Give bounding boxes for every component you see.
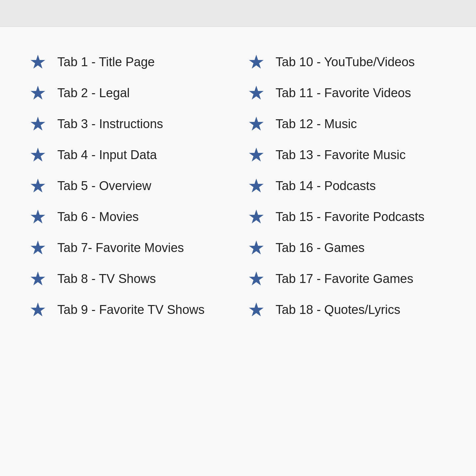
page: ★Tab 1 - Title Page★Tab 2 - Legal★Tab 3 … bbox=[0, 0, 476, 476]
tab-label: Tab 11 - Favorite Videos bbox=[276, 86, 411, 100]
tabs-grid: ★Tab 1 - Title Page★Tab 2 - Legal★Tab 3 … bbox=[0, 27, 476, 476]
star-icon: ★ bbox=[26, 238, 49, 257]
tab-label: Tab 9 - Favorite TV Shows bbox=[57, 303, 205, 317]
tab-item: ★Tab 3 - Instructions bbox=[26, 108, 232, 139]
tab-label: Tab 16 - Games bbox=[276, 241, 365, 255]
tab-item: ★Tab 1 - Title Page bbox=[26, 46, 232, 77]
tab-label: Tab 7- Favorite Movies bbox=[57, 241, 184, 255]
tab-item: ★Tab 17 - Favorite Games bbox=[245, 263, 450, 294]
tab-label: Tab 17 - Favorite Games bbox=[276, 272, 413, 286]
tabs-left-column: ★Tab 1 - Title Page★Tab 2 - Legal★Tab 3 … bbox=[26, 46, 232, 325]
tab-item: ★Tab 14 - Podcasts bbox=[245, 170, 450, 201]
header bbox=[0, 0, 476, 27]
star-icon: ★ bbox=[245, 176, 268, 195]
tab-label: Tab 4 - Input Data bbox=[57, 148, 157, 162]
star-icon: ★ bbox=[26, 300, 49, 319]
star-icon: ★ bbox=[245, 207, 268, 226]
tab-label: Tab 10 - YouTube/Videos bbox=[276, 55, 415, 69]
star-icon: ★ bbox=[26, 52, 49, 71]
star-icon: ★ bbox=[26, 114, 49, 133]
tab-label: Tab 18 - Quotes/Lyrics bbox=[276, 303, 401, 317]
star-icon: ★ bbox=[245, 52, 268, 71]
tab-item: ★Tab 7- Favorite Movies bbox=[26, 232, 232, 263]
tab-item: ★Tab 16 - Games bbox=[245, 232, 450, 263]
star-icon: ★ bbox=[26, 269, 49, 288]
tab-item: ★Tab 10 - YouTube/Videos bbox=[245, 46, 450, 77]
star-icon: ★ bbox=[245, 114, 268, 133]
tab-label: Tab 14 - Podcasts bbox=[276, 179, 376, 193]
star-icon: ★ bbox=[245, 238, 268, 257]
star-icon: ★ bbox=[245, 300, 268, 319]
tab-label: Tab 1 - Title Page bbox=[57, 55, 155, 69]
tab-item: ★Tab 6 - Movies bbox=[26, 201, 232, 232]
star-icon: ★ bbox=[245, 145, 268, 164]
star-icon: ★ bbox=[26, 83, 49, 102]
tab-item: ★Tab 4 - Input Data bbox=[26, 139, 232, 170]
star-icon: ★ bbox=[245, 269, 268, 288]
tab-item: ★Tab 2 - Legal bbox=[26, 77, 232, 108]
tab-label: Tab 3 - Instructions bbox=[57, 117, 163, 131]
tab-label: Tab 8 - TV Shows bbox=[57, 272, 156, 286]
tab-item: ★Tab 9 - Favorite TV Shows bbox=[26, 294, 232, 325]
star-icon: ★ bbox=[245, 83, 268, 102]
tab-item: ★Tab 11 - Favorite Videos bbox=[245, 77, 450, 108]
tab-label: Tab 13 - Favorite Music bbox=[276, 148, 406, 162]
star-icon: ★ bbox=[26, 176, 49, 195]
tab-label: Tab 15 - Favorite Podcasts bbox=[276, 210, 425, 224]
star-icon: ★ bbox=[26, 207, 49, 226]
tab-label: Tab 5 - Overview bbox=[57, 179, 151, 193]
tab-item: ★Tab 12 - Music bbox=[245, 108, 450, 139]
tab-item: ★Tab 8 - TV Shows bbox=[26, 263, 232, 294]
tab-label: Tab 6 - Movies bbox=[57, 210, 139, 224]
tab-item: ★Tab 18 - Quotes/Lyrics bbox=[245, 294, 450, 325]
star-icon: ★ bbox=[26, 145, 49, 164]
tab-item: ★Tab 5 - Overview bbox=[26, 170, 232, 201]
tab-label: Tab 12 - Music bbox=[276, 117, 357, 131]
tab-item: ★Tab 13 - Favorite Music bbox=[245, 139, 450, 170]
tab-item: ★Tab 15 - Favorite Podcasts bbox=[245, 201, 450, 232]
tabs-right-column: ★Tab 10 - YouTube/Videos★Tab 11 - Favori… bbox=[245, 46, 450, 325]
tab-label: Tab 2 - Legal bbox=[57, 86, 130, 100]
